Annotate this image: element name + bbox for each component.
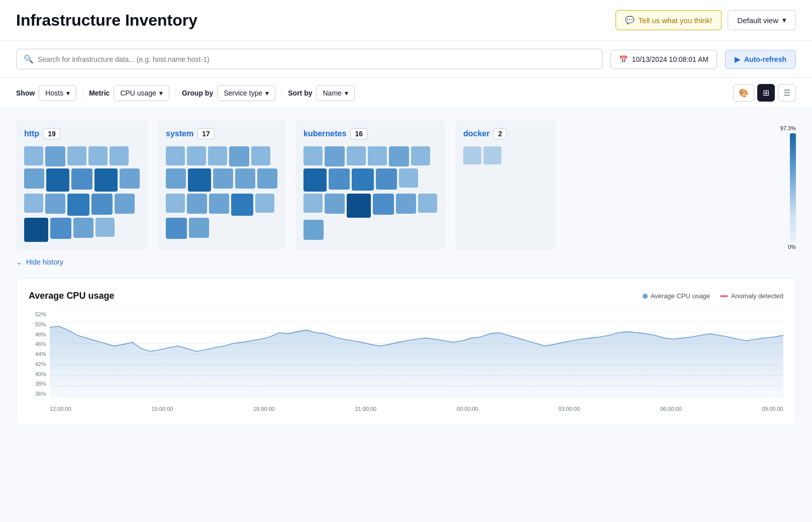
group-by-dropdown[interactable]: Service type ▾: [217, 85, 275, 101]
treemap-cell[interactable]: [24, 218, 48, 242]
treemap-cell[interactable]: [45, 194, 65, 214]
search-container[interactable]: 🔍: [16, 49, 602, 69]
datetime-picker[interactable]: 📅 10/13/2024 10:08:01 AM: [611, 50, 717, 69]
treemap-cell[interactable]: [376, 168, 397, 190]
treemap-cell[interactable]: [352, 168, 374, 191]
treemap-cell[interactable]: [166, 146, 185, 165]
treemap-cell[interactable]: [325, 194, 345, 214]
search-input[interactable]: [38, 55, 595, 63]
treemap-cell[interactable]: [329, 168, 350, 190]
treemap-cell[interactable]: [235, 168, 255, 189]
table-view-button[interactable]: ☰: [778, 84, 796, 102]
treemap-cell[interactable]: [94, 168, 118, 192]
treemap-cell[interactable]: [115, 194, 135, 214]
divider: [281, 88, 282, 98]
treemap-cell[interactable]: [95, 218, 115, 237]
sort-by-dropdown[interactable]: Name ▾: [316, 85, 354, 101]
treemap-cell[interactable]: [120, 168, 140, 189]
grid-view-button[interactable]: ⊞: [757, 84, 775, 102]
treemap-cell[interactable]: [24, 146, 43, 165]
x-axis-label: 09:00:00: [762, 406, 783, 412]
color-scale: 97.3% 0%: [787, 125, 796, 250]
treemap-cell[interactable]: [213, 168, 233, 189]
header-actions: 💬 Tell us what you think! Default view ▾: [616, 10, 796, 30]
treemap-cell[interactable]: [229, 146, 249, 166]
treemap-row: [166, 168, 277, 192]
divider: [175, 88, 176, 98]
filter-bar: Show Hosts ▾ Metric CPU usage ▾ Group by…: [0, 78, 812, 108]
x-axis-label: 15:00:00: [151, 406, 173, 412]
treemap-cell[interactable]: [347, 146, 366, 165]
treemap-cell[interactable]: [187, 194, 207, 214]
treemap-cell[interactable]: [347, 194, 371, 218]
treemap-cell[interactable]: [208, 146, 227, 165]
scale-top-label: 97.3%: [780, 125, 796, 131]
hosts-dropdown[interactable]: Hosts ▾: [39, 85, 76, 101]
treemap-cell[interactable]: [166, 194, 185, 213]
treemap-cell[interactable]: [67, 194, 89, 216]
treemap-cell[interactable]: [187, 146, 206, 165]
y-axis-label: 50%: [29, 321, 46, 327]
treemap-row: [24, 218, 140, 242]
group-name[interactable]: http: [24, 129, 39, 138]
treemap-cell[interactable]: [24, 194, 43, 213]
group-name[interactable]: docker: [463, 129, 489, 138]
treemap-cell[interactable]: [411, 146, 430, 165]
group-name[interactable]: system: [166, 129, 193, 138]
treemap-cell[interactable]: [368, 146, 387, 165]
color-settings-button[interactable]: 🎨: [733, 84, 754, 102]
metric-dropdown[interactable]: CPU usage ▾: [114, 85, 169, 101]
treemap-cell[interactable]: [91, 194, 113, 215]
treemap-cell[interactable]: [463, 146, 481, 164]
legend-line-anomaly: [720, 295, 728, 297]
treemap: [463, 146, 548, 166]
treemap-cell[interactable]: [303, 220, 324, 240]
treemap-cell[interactable]: [303, 168, 327, 192]
treemap-cell[interactable]: [209, 194, 229, 214]
legend-dot-avg: [643, 294, 648, 299]
group-header: system17: [166, 128, 277, 139]
treemap-cell[interactable]: [483, 146, 501, 164]
treemap-cell[interactable]: [166, 218, 187, 239]
treemap-cell[interactable]: [325, 146, 345, 166]
group-header: http19: [24, 128, 140, 139]
treemap-cell[interactable]: [73, 218, 93, 238]
treemap-row: [303, 168, 437, 192]
hide-history-toggle[interactable]: ⌄ Hide history: [16, 250, 796, 278]
x-axis-label: 21:00:00: [355, 406, 376, 412]
treemap-cell[interactable]: [373, 194, 394, 215]
treemap-cell[interactable]: [251, 146, 270, 165]
group-name[interactable]: kubernetes: [303, 129, 346, 138]
groups-container: http19system17kubernetes16docker2: [16, 120, 796, 250]
group-card-docker: docker2: [455, 120, 556, 250]
treemap-row: [303, 194, 437, 218]
play-icon: ▶: [735, 55, 740, 63]
treemap-cell[interactable]: [67, 146, 86, 165]
treemap-cell[interactable]: [389, 146, 409, 166]
treemap-cell[interactable]: [257, 168, 277, 189]
treemap-cell[interactable]: [396, 194, 416, 214]
calendar-icon: 📅: [619, 55, 628, 63]
group-header: kubernetes16: [303, 128, 437, 139]
treemap-cell[interactable]: [46, 168, 69, 192]
treemap-cell[interactable]: [303, 146, 323, 165]
treemap-cell[interactable]: [50, 218, 71, 239]
treemap-cell[interactable]: [399, 168, 418, 188]
treemap-cell[interactable]: [24, 168, 44, 189]
default-view-button[interactable]: Default view ▾: [728, 10, 796, 30]
treemap-cell[interactable]: [418, 194, 437, 213]
treemap-cell[interactable]: [88, 146, 108, 165]
treemap-cell[interactable]: [45, 146, 65, 166]
treemap-cell[interactable]: [231, 194, 253, 216]
auto-refresh-button[interactable]: ▶ Auto-refresh: [725, 50, 796, 69]
treemap-cell[interactable]: [188, 168, 211, 192]
treemap-cell[interactable]: [110, 146, 129, 165]
treemap-cell[interactable]: [166, 168, 186, 189]
treemap-cell[interactable]: [255, 194, 274, 213]
treemap: [24, 146, 140, 242]
chevron-down-icon: ▾: [345, 89, 348, 97]
treemap-cell[interactable]: [189, 218, 209, 238]
feedback-button[interactable]: 💬 Tell us what you think!: [616, 10, 722, 30]
treemap-cell[interactable]: [71, 168, 92, 190]
treemap-cell[interactable]: [303, 194, 323, 213]
